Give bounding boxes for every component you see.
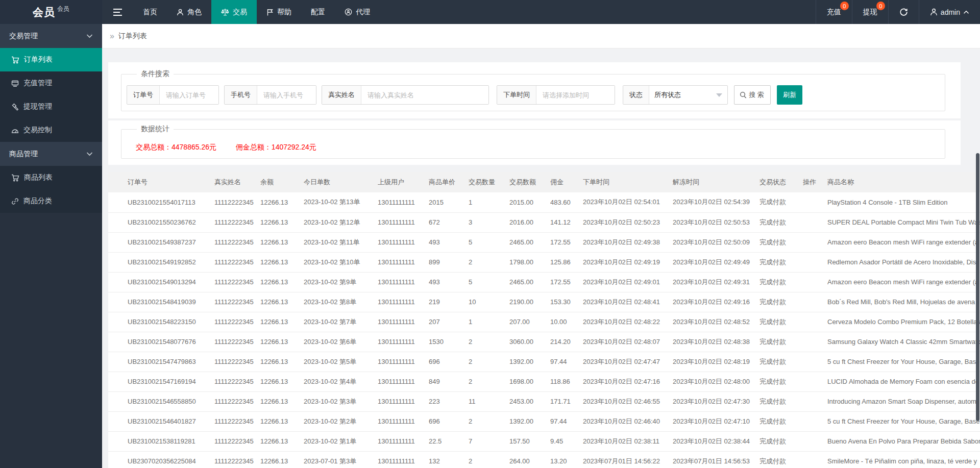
recharge-label: 充值 xyxy=(827,8,841,17)
cell-action xyxy=(803,312,827,332)
cell-parent-user: 13011111111 xyxy=(378,391,429,411)
phone-label: 手机号 xyxy=(225,86,257,104)
table-row: UB23100215381192811111222234512266.13202… xyxy=(108,431,980,451)
cell-order-time: 2023年10月02日 02:46:40 xyxy=(583,411,673,431)
order-time-label: 下单时间 xyxy=(497,86,536,104)
nav-item-agent[interactable]: 代理 xyxy=(335,0,380,24)
table-row: UB23100215464018271111222234512266.13202… xyxy=(108,411,980,431)
cell-order-time: 2023年10月02日 02:38:11 xyxy=(583,431,673,451)
cell-quantity: 10 xyxy=(469,292,509,312)
order-time-input[interactable] xyxy=(536,86,615,104)
sidebar-item-recharge-management[interactable]: 充值管理 xyxy=(0,71,102,95)
sidebar: 交易管理 订单列表 充值管理 xyxy=(0,24,102,468)
select-arrow-icon xyxy=(716,93,722,97)
cell-today-count: 2023-10-02 第2单 xyxy=(304,411,378,431)
cell-real-name: 11112222345 xyxy=(214,451,260,468)
sidebar-group-product-management[interactable]: 商品管理 xyxy=(0,142,102,166)
cell-amount: 2016.00 xyxy=(509,212,550,232)
sidebar-group-trade-management[interactable]: 交易管理 xyxy=(0,24,102,48)
table-row: UB23100215482231501111222234512266.13202… xyxy=(108,312,980,332)
cell-real-name: 11112222345 xyxy=(214,372,260,391)
cell-amount: 207.00 xyxy=(509,312,550,332)
nav-item-config[interactable]: 配置 xyxy=(301,0,335,24)
cell-amount: 2015.00 xyxy=(509,192,550,212)
cell-status: 完成付款 xyxy=(760,232,803,252)
real-name-input[interactable] xyxy=(361,86,488,104)
cell-parent-user: 13011111111 xyxy=(378,451,429,468)
cell-real-name: 11112222345 xyxy=(214,232,260,252)
cell-order-time: 2023年10月02日 02:48:07 xyxy=(583,332,673,352)
search-button[interactable]: 搜索 xyxy=(734,85,771,105)
stats-line: 交易总额：4478865.26元 佣金总额：1407292.24元 xyxy=(127,139,940,155)
cell-status: 完成付款 xyxy=(760,372,803,391)
cell-order-time: 2023年10月02日 02:48:22 xyxy=(583,312,673,332)
cell-balance: 12266.13 xyxy=(260,372,304,391)
sidebar-item-order-list[interactable]: 订单列表 xyxy=(0,48,102,71)
cell-unit-price: 696 xyxy=(429,411,469,431)
stats-panel: 数据统计 交易总额：4478865.26元 佣金总额：1407292.24元 xyxy=(108,120,961,165)
user-menu[interactable]: admin xyxy=(919,0,980,24)
cell-order-no: UB2310021546401827 xyxy=(108,411,214,431)
cell-unit-price: 849 xyxy=(429,372,469,391)
cell-action xyxy=(803,372,827,391)
cell-unit-price: 672 xyxy=(429,212,469,232)
main-content: » 订单列表 条件搜索 订单号 手机号 真实姓名 下单时间 xyxy=(102,24,980,468)
cell-quantity: 11 xyxy=(469,391,509,411)
table-row: UB23100215465588501111222234512266.13202… xyxy=(108,391,980,411)
cell-today-count: 2023-10-02 第4单 xyxy=(304,372,378,391)
order-time-field: 下单时间 xyxy=(497,85,615,105)
cell-real-name: 11112222345 xyxy=(214,192,260,212)
cell-unfreeze-time: 2023年10月02日 02:48:52 xyxy=(673,312,760,332)
topbar-right: 充值 0 提现 0 admin xyxy=(816,0,980,24)
cell-status: 完成付款 xyxy=(760,352,803,372)
menu-toggle-icon[interactable] xyxy=(102,0,133,24)
col-header-unfreeze-time: 解冻时间 xyxy=(673,172,760,192)
sidebar-item-product-category[interactable]: 商品分类 xyxy=(0,189,102,213)
cell-order-time: 2023年10月02日 02:49:19 xyxy=(583,252,673,272)
nav-item-role[interactable]: 角色 xyxy=(167,0,211,24)
sidebar-item-product-list[interactable]: 商品列表 xyxy=(0,166,102,189)
cell-real-name: 11112222345 xyxy=(214,431,260,451)
cell-quantity: 1 xyxy=(469,312,509,332)
sidebar-item-trade-control[interactable]: 交易控制 xyxy=(0,118,102,142)
status-label: 状态 xyxy=(623,86,649,104)
cell-action xyxy=(803,232,827,252)
order-no-input[interactable] xyxy=(160,86,218,104)
withdraw-label: 提现 xyxy=(863,8,877,17)
cell-unit-price: 2015 xyxy=(429,192,469,212)
logo-text: 会员 xyxy=(33,5,55,19)
cell-unit-price: 1530 xyxy=(429,332,469,352)
refresh-button[interactable]: 刷新 xyxy=(777,85,802,105)
chevron-down-icon xyxy=(86,152,93,156)
cell-today-count: 2023-07-01 第3单 xyxy=(304,451,378,468)
cell-unit-price: 223 xyxy=(429,391,469,411)
recharge-button[interactable]: 充值 0 xyxy=(816,0,852,24)
sidebar-item-withdraw-management[interactable]: 提现管理 xyxy=(0,95,102,118)
table-row: UB23070203562250841111222234512266.13202… xyxy=(108,451,980,468)
phone-input[interactable] xyxy=(257,86,316,104)
cell-balance: 12266.13 xyxy=(260,252,304,272)
cell-balance: 12266.13 xyxy=(260,451,304,468)
nav-item-help[interactable]: 帮助 xyxy=(257,0,301,24)
withdraw-badge: 0 xyxy=(876,2,885,10)
nav-item-home[interactable]: 首页 xyxy=(133,0,167,24)
refresh-icon[interactable] xyxy=(888,0,919,24)
cell-order-time: 2023年10月02日 02:46:55 xyxy=(583,391,673,411)
cell-product-name: Amazon eero Beacon mesh WiFi range exten… xyxy=(827,232,980,252)
status-select[interactable]: 所有状态 xyxy=(649,86,727,104)
cell-unfreeze-time: 2023年10月02日 02:47:10 xyxy=(673,411,760,431)
col-header-today-count: 今日单数 xyxy=(304,172,378,192)
nav-item-trade[interactable]: 交易 xyxy=(211,0,257,24)
withdraw-button[interactable]: 提现 0 xyxy=(852,0,888,24)
vertical-scrollbar[interactable] xyxy=(976,153,979,421)
cell-amount: 2453.00 xyxy=(509,391,550,411)
cell-commission: 153.30 xyxy=(550,292,583,312)
status-field: 状态 所有状态 xyxy=(623,85,728,105)
cell-amount: 3060.00 xyxy=(509,332,550,352)
cell-order-no: UB2307020356225084 xyxy=(108,451,214,468)
cell-real-name: 11112222345 xyxy=(214,252,260,272)
col-header-product-name: 商品名称 xyxy=(827,172,980,192)
orders-table-panel: 订单号真实姓名余额今日单数上级用户商品单价交易数量交易数额佣金下单时间解冻时间交… xyxy=(108,172,980,468)
cell-today-count: 2023-10-02 第11单 xyxy=(304,232,378,252)
orders-tbody: UB23100215540171131111222234512266.13202… xyxy=(108,192,980,468)
